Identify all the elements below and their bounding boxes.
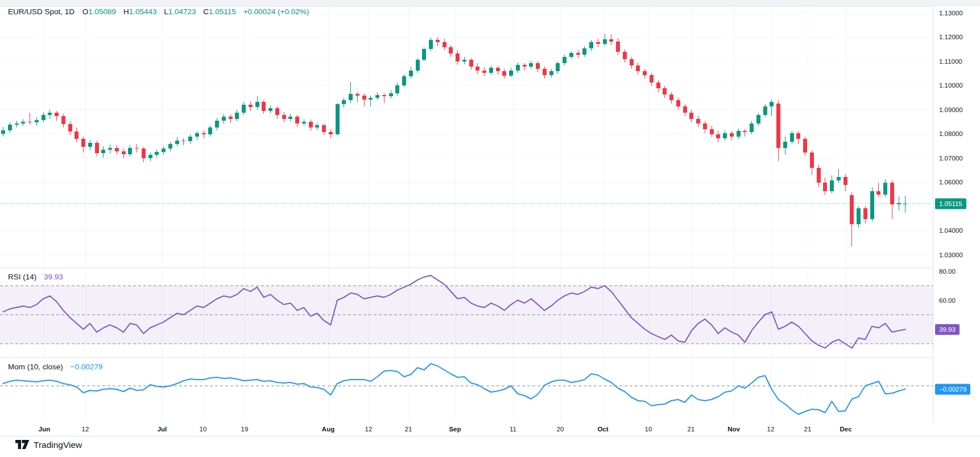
candle-body xyxy=(763,106,767,114)
time-axis-label: 12 xyxy=(82,426,89,433)
candle-body xyxy=(462,60,466,61)
momentum-title[interactable]: Mom (10, close) xyxy=(8,363,63,371)
time-axis-label: 10 xyxy=(200,426,207,433)
candle-body xyxy=(68,124,72,131)
tradingview-chart-widget: EUR/USD Spot, 1D O1.05089 H1.05443 L1.04… xyxy=(0,0,980,457)
candle-body xyxy=(95,143,99,153)
candle-body xyxy=(683,106,687,112)
time-axis[interactable]: Jun12Jul1019Aug1221Sep1120Oct1021Nov1221… xyxy=(0,422,933,436)
candle-body xyxy=(703,123,707,129)
candle-body xyxy=(235,113,239,119)
candle-body xyxy=(188,137,192,141)
price-axis-label: 1.12000 xyxy=(939,34,963,40)
candle-body xyxy=(1,130,5,134)
candle-body xyxy=(689,113,693,119)
last-price-badge: 1.05115 xyxy=(935,198,966,209)
candle-body xyxy=(315,125,319,127)
candle-body xyxy=(803,139,807,153)
candle-body xyxy=(783,142,787,148)
candle-body xyxy=(302,122,306,123)
candle-body xyxy=(336,104,340,134)
candle-body xyxy=(663,88,667,94)
price-axis[interactable]: 1.130001.120001.110001.100001.090001.080… xyxy=(933,6,980,436)
candle-body xyxy=(549,71,553,75)
candle-body xyxy=(262,102,266,111)
candle-body xyxy=(569,53,573,57)
momentum-pane-legend: Mom (10, close) −0.00279 xyxy=(8,363,102,371)
time-axis-label: 19 xyxy=(241,426,249,433)
rsi-axis-label: 80.00 xyxy=(939,268,956,275)
price-axis-label: 1.09000 xyxy=(939,106,963,113)
candle-body xyxy=(710,129,714,134)
symbol-title[interactable]: EUR/USD Spot, 1D xyxy=(8,7,75,16)
candle-body xyxy=(837,177,841,180)
candle-body xyxy=(482,71,486,73)
candle-body xyxy=(155,152,159,155)
time-axis-label: 20 xyxy=(557,426,564,433)
price-axis-label: 1.06000 xyxy=(939,179,963,186)
candle-body xyxy=(222,117,226,120)
pane-separator-momentum[interactable] xyxy=(0,357,933,358)
candle-body xyxy=(268,108,272,110)
change-value: +0.00024 (+0.02%) xyxy=(243,7,309,16)
rsi-axis-label: 60.00 xyxy=(939,297,956,304)
pane-separator-rsi[interactable] xyxy=(0,267,933,268)
time-axis-label: 21 xyxy=(804,426,812,433)
candle-body xyxy=(776,104,780,148)
candle-body xyxy=(523,65,527,67)
candle-body xyxy=(275,108,279,114)
candle-body xyxy=(589,42,593,48)
candle-body xyxy=(429,40,433,49)
time-axis-label: 10 xyxy=(645,426,652,433)
candle-body xyxy=(750,123,754,131)
tradingview-logo-icon xyxy=(15,439,30,451)
candle-body xyxy=(616,42,620,52)
price-axis-label: 1.04000 xyxy=(939,227,963,234)
time-axis-label: 21 xyxy=(405,426,412,433)
candle-body xyxy=(295,117,299,123)
time-axis-label: Jun xyxy=(39,426,50,433)
candle-body xyxy=(890,183,894,204)
candle-body xyxy=(142,149,146,158)
candle-body xyxy=(255,102,259,107)
candle-body xyxy=(756,115,760,123)
candle-body xyxy=(817,168,821,183)
candle-body xyxy=(857,208,861,224)
candle-body xyxy=(342,100,346,104)
candle-body xyxy=(108,148,112,150)
candle-body xyxy=(643,71,647,75)
candle-body xyxy=(81,139,85,147)
candle-body xyxy=(870,191,874,219)
candle-body xyxy=(349,94,353,100)
candle-body xyxy=(863,208,867,219)
tradingview-branding[interactable]: TradingView xyxy=(15,439,82,451)
candle-body xyxy=(443,42,446,47)
candle-body xyxy=(101,150,105,153)
momentum-line xyxy=(3,364,905,414)
candle-body xyxy=(75,131,78,139)
candle-body xyxy=(208,127,212,134)
candle-body xyxy=(28,122,32,123)
time-axis-label: Nov xyxy=(727,426,740,433)
candle-body xyxy=(242,105,246,113)
candle-body xyxy=(843,177,847,185)
candle-body xyxy=(876,191,880,195)
candle-body xyxy=(21,122,25,123)
candle-body xyxy=(743,131,747,132)
candle-body xyxy=(850,195,854,224)
rsi-value-badge: 39.93 xyxy=(935,324,960,335)
candle-body xyxy=(623,52,627,59)
time-axis-border xyxy=(0,436,980,437)
candle-body xyxy=(322,125,326,131)
candle-body xyxy=(309,122,313,128)
candle-body xyxy=(790,133,794,141)
candle-body xyxy=(382,95,386,96)
candle-body xyxy=(676,100,680,106)
candle-body xyxy=(249,105,253,107)
candle-body xyxy=(195,133,199,137)
chart-canvas[interactable] xyxy=(0,0,980,457)
candle-body xyxy=(723,133,727,138)
candle-body xyxy=(42,115,46,120)
rsi-title[interactable]: RSI (14) xyxy=(8,273,36,281)
candle-body xyxy=(128,148,132,154)
